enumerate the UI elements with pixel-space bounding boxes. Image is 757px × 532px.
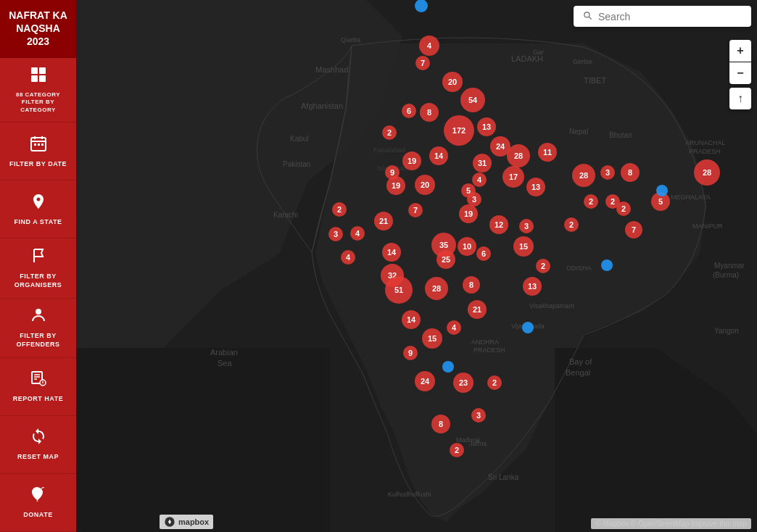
svg-text:17: 17 — [509, 173, 518, 181]
location-icon — [30, 193, 47, 215]
svg-text:21: 21 — [473, 305, 481, 314]
sidebar-item-filter-date[interactable]: FILTER BY DATE — [0, 122, 76, 180]
sidebar-item-filter-offenders[interactable]: FILTER BYOFFENDERS — [0, 299, 76, 358]
logo-line3: 2023 — [27, 36, 49, 47]
map-controls: + − ↑ — [729, 40, 751, 109]
svg-text:14: 14 — [387, 248, 397, 257]
svg-text:Nepal: Nepal — [569, 128, 588, 136]
map-area[interactable]: Mashhad Afghanistan Pakistan Kabul Faisa… — [76, 0, 757, 532]
svg-text:10: 10 — [463, 242, 471, 251]
svg-text:Quetta: Quetta — [341, 36, 360, 43]
sidebar-item-donate[interactable]: DONATE — [0, 474, 76, 532]
svg-point-186 — [656, 185, 668, 196]
svg-text:51: 51 — [394, 286, 403, 294]
svg-text:35: 35 — [439, 241, 448, 249]
svg-text:25: 25 — [442, 255, 450, 264]
sidebar-item-reset-map[interactable]: RESET MAP — [0, 416, 76, 474]
svg-text:Bhutan: Bhutan — [609, 131, 632, 139]
search-bar — [574, 6, 751, 27]
svg-point-11 — [36, 309, 41, 315]
svg-text:Bengal: Bengal — [566, 368, 590, 377]
svg-text:Kulhudhuffushi: Kulhudhuffushi — [388, 491, 431, 498]
svg-text:2: 2 — [541, 262, 545, 270]
svg-text:3: 3 — [472, 195, 476, 204]
calendar-icon — [30, 135, 47, 157]
logo-line2: NAQSHA — [16, 22, 60, 34]
svg-text:21: 21 — [379, 217, 388, 225]
svg-text:2: 2 — [611, 197, 615, 206]
svg-text:20: 20 — [448, 78, 457, 86]
svg-rect-3 — [39, 75, 46, 82]
map-svg: Mashhad Afghanistan Pakistan Kabul Faisa… — [76, 0, 757, 532]
svg-text:Bay of: Bay of — [569, 357, 592, 366]
svg-text:TIBET: TIBET — [584, 76, 606, 85]
svg-text:Karachi: Karachi — [273, 211, 298, 219]
svg-text:5: 5 — [658, 197, 663, 206]
svg-text:8: 8 — [427, 108, 431, 117]
svg-text:28: 28 — [703, 168, 711, 177]
svg-text:Arabian: Arabian — [210, 348, 238, 357]
svg-rect-9 — [38, 144, 40, 146]
sidebar: NAFRAT KA NAQSHA 2023 88 CATEGORYFILTER … — [0, 0, 76, 532]
svg-text:Kabul: Kabul — [290, 135, 309, 143]
svg-text:3: 3 — [524, 222, 529, 230]
sidebar-item-report-hate[interactable]: REPORT HATE — [0, 358, 76, 416]
grid-icon — [30, 66, 47, 88]
sidebar-item-find-state[interactable]: FIND A STATE — [0, 180, 76, 238]
svg-text:3: 3 — [605, 168, 610, 177]
filter-offenders-label: FILTER BYOFFENDERS — [16, 332, 59, 349]
mapbox-logo: mapbox — [160, 515, 213, 529]
svg-text:Myanmar: Myanmar — [714, 262, 745, 270]
filter-category-label: 88 CATEGORYFILTER BYCATEGORY — [16, 91, 60, 114]
svg-text:3: 3 — [334, 230, 338, 238]
svg-rect-10 — [41, 144, 44, 146]
map-attribution: © Mapbox © OpenStreetMap Improve this ma… — [591, 518, 751, 529]
svg-text:19: 19 — [408, 157, 416, 165]
svg-text:31: 31 — [478, 159, 487, 167]
flag-icon — [30, 247, 47, 269]
zoom-in-button[interactable]: + — [729, 40, 751, 62]
svg-text:13: 13 — [528, 282, 537, 291]
filter-date-label: FILTER BY DATE — [9, 160, 67, 169]
svg-text:Afghanistan: Afghanistan — [301, 101, 343, 110]
svg-text:Sri Lanka: Sri Lanka — [488, 473, 519, 481]
svg-text:Gar: Gar — [533, 49, 544, 56]
svg-text:4: 4 — [355, 229, 360, 238]
person-icon — [30, 307, 47, 328]
svg-text:8: 8 — [439, 420, 443, 428]
svg-text:19: 19 — [464, 209, 473, 218]
sidebar-item-filter-organisers[interactable]: FILTER BYORGANISERS — [0, 238, 76, 298]
reset-icon — [30, 428, 47, 449]
zoom-out-button[interactable]: − — [729, 62, 751, 84]
svg-text:4: 4 — [346, 253, 351, 262]
svg-text:28: 28 — [579, 171, 588, 180]
sidebar-item-filter-category[interactable]: 88 CATEGORYFILTER BYCATEGORY — [0, 58, 76, 123]
svg-text:13: 13 — [482, 122, 491, 131]
svg-text:PRADESH: PRADESH — [473, 346, 505, 354]
svg-text:4: 4 — [427, 41, 432, 50]
svg-text:9: 9 — [390, 168, 394, 177]
search-wrapper[interactable] — [574, 6, 751, 27]
svg-text:2: 2 — [455, 446, 459, 454]
svg-point-187 — [442, 361, 454, 373]
search-input[interactable] — [598, 11, 742, 22]
svg-text:28: 28 — [514, 151, 523, 160]
svg-text:12: 12 — [495, 220, 503, 229]
svg-text:172: 172 — [452, 126, 466, 135]
svg-text:ODISHA: ODISHA — [566, 265, 592, 272]
compass-button[interactable]: ↑ — [729, 88, 751, 109]
svg-text:MEGHALAYA: MEGHALAYA — [671, 194, 711, 201]
svg-text:Mashhad: Mashhad — [315, 65, 348, 74]
svg-text:24: 24 — [421, 377, 430, 386]
svg-text:15: 15 — [519, 242, 528, 251]
svg-text:24: 24 — [496, 142, 505, 151]
mapbox-label: mapbox — [178, 518, 209, 526]
svg-text:Gertse: Gertse — [573, 58, 592, 65]
donate-icon — [30, 486, 47, 507]
svg-text:23: 23 — [459, 378, 468, 387]
reset-map-label: RESET MAP — [17, 453, 59, 462]
svg-text:7: 7 — [632, 225, 636, 234]
svg-rect-8 — [34, 144, 36, 146]
svg-rect-1 — [39, 67, 46, 74]
donate-label: DONATE — [23, 511, 52, 520]
